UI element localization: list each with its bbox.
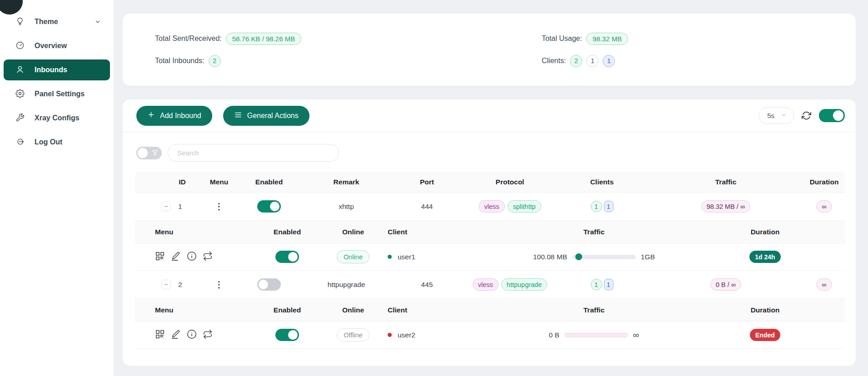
col-header-traffic: Traffic: [649, 178, 803, 186]
clients-badges: 2 1 1: [570, 55, 615, 67]
sub-header-duration: Duration: [685, 306, 845, 314]
toolbar: Add Inbound General Actions 5s: [123, 99, 856, 132]
sub-header-client: Client: [385, 306, 503, 314]
menu-icon: [234, 111, 242, 121]
client-name-cell: user2: [385, 331, 503, 339]
inbound-port: 444: [389, 203, 464, 211]
inbound-client-counts: 1 1: [555, 201, 649, 212]
client-menu-cell: [135, 251, 253, 263]
sidebar-item-log-out[interactable]: Log Out: [4, 132, 110, 153]
id-cell: − 2: [135, 280, 203, 289]
traffic-total: ∞: [633, 330, 639, 340]
sub-header-menu: Menu: [135, 306, 253, 314]
client-row-user1: Online user1 100.08 MB 1GB 1d 24h: [135, 243, 845, 271]
clients-badge-total: 2: [570, 55, 582, 67]
client-count-badge: 1: [591, 201, 602, 212]
toggle-knob: [288, 252, 298, 262]
sub-header-enabled: Enabled: [253, 306, 321, 314]
stat-total-usage: Total Usage: 98.32 MB: [542, 32, 856, 45]
toggle-knob: [833, 110, 843, 121]
qr-code-icon[interactable]: [155, 251, 165, 263]
dashboard-icon: [15, 41, 25, 51]
sidebar-item-xray-configs[interactable]: Xray Configs: [4, 108, 110, 129]
client-status-dot: [388, 255, 392, 259]
plus-icon: [147, 111, 155, 120]
chevron-down-icon: [781, 112, 787, 119]
add-inbound-button[interactable]: Add Inbound: [136, 106, 212, 126]
sent-received-label: Total Sent/Received:: [155, 35, 222, 43]
toolbar-right: 5s: [758, 107, 845, 124]
transport-pill: splithttp: [508, 200, 541, 213]
inbound-id: 1: [178, 203, 182, 211]
sub-header-client: Client: [385, 228, 503, 236]
inbound-duration-pill: ∞: [816, 200, 832, 213]
sub-header-online: Online: [321, 306, 385, 314]
client-name: user2: [398, 331, 415, 339]
wrench-icon: [15, 113, 25, 124]
logout-icon: [15, 137, 25, 148]
reset-traffic-icon[interactable]: [203, 329, 213, 341]
reset-traffic-icon[interactable]: [203, 251, 213, 263]
sidebar-item-label: Panel Settings: [35, 90, 85, 98]
client-duration-badge: Ended: [750, 329, 780, 341]
sidebar-item-panel-settings[interactable]: Panel Settings: [4, 84, 110, 104]
sub-header-menu: Menu: [135, 228, 253, 236]
filter-toggle[interactable]: [136, 147, 162, 159]
main-content: Total Sent/Received: 58.76 KB / 98.26 MB…: [114, 0, 868, 376]
info-icon[interactable]: [187, 329, 197, 341]
clients-badge-online: 1: [603, 55, 615, 67]
col-header-protocol: Protocol: [464, 178, 555, 186]
total-inbounds-label: Total Inbounds:: [155, 57, 205, 65]
col-header-id: ID: [135, 178, 203, 186]
row-menu-button[interactable]: ⋮: [215, 201, 224, 212]
sidebar-item-inbounds[interactable]: Inbounds: [4, 59, 110, 80]
row-menu-button[interactable]: ⋮: [215, 279, 224, 290]
inbound-traffic-pill: 98.32 MB / ∞: [701, 200, 751, 213]
stats-left-column: Total Sent/Received: 58.76 KB / 98.26 MB…: [155, 32, 542, 86]
inbound-enabled-toggle[interactable]: [257, 278, 281, 291]
toggle-knob: [138, 148, 148, 158]
info-icon[interactable]: [187, 251, 197, 263]
clients-label: Clients:: [542, 57, 566, 65]
sent-received-value: 58.76 KB / 98.26 MB: [226, 33, 301, 45]
auto-refresh-toggle[interactable]: [819, 109, 845, 122]
user-icon: [15, 65, 25, 75]
client-status-dot: [388, 333, 392, 337]
client-name-cell: user1: [385, 253, 503, 261]
stat-sent-received: Total Sent/Received: 58.76 KB / 98.26 MB: [155, 32, 542, 45]
sub-header-online: Online: [321, 228, 385, 236]
inbounds-card: Add Inbound General Actions 5s: [123, 99, 856, 366]
qr-code-icon[interactable]: [155, 329, 165, 341]
collapse-button[interactable]: −: [161, 280, 171, 289]
edit-icon[interactable]: [171, 251, 181, 263]
general-actions-label: General Actions: [247, 112, 299, 120]
edit-icon[interactable]: [171, 329, 181, 341]
progress-handle: [575, 253, 582, 260]
inbound-enabled-toggle[interactable]: [257, 200, 281, 213]
gear-icon: [15, 89, 25, 99]
toggle-knob: [270, 202, 279, 211]
total-inbounds-badge: 2: [209, 55, 221, 67]
collapse-button[interactable]: −: [161, 202, 171, 211]
search-input[interactable]: [168, 144, 339, 162]
funnel-icon: [151, 149, 159, 157]
inbound-port: 445: [389, 281, 464, 289]
bulb-icon: [15, 17, 25, 27]
inbound-remark: httpupgrade: [303, 281, 389, 289]
chevron-down-icon: [95, 19, 101, 25]
sidebar-item-theme[interactable]: Theme: [4, 11, 110, 32]
refresh-interval-select[interactable]: 5s: [758, 107, 794, 124]
sidebar-item-overview[interactable]: Overview: [4, 35, 110, 56]
toggle-knob: [288, 330, 298, 340]
client-enabled-toggle[interactable]: [275, 329, 299, 341]
general-actions-button[interactable]: General Actions: [223, 106, 309, 126]
client-count-badge: 1: [604, 201, 614, 212]
client-enabled-toggle[interactable]: [275, 251, 299, 263]
toggle-knob: [259, 280, 268, 289]
traffic-progress-bar: [572, 255, 636, 259]
col-header-duration: Duration: [803, 178, 845, 186]
table-header-row: ID Menu Enabled Remark Port Protocol Cli…: [135, 172, 845, 193]
refresh-icon[interactable]: [802, 111, 811, 120]
col-header-enabled: Enabled: [235, 178, 303, 186]
stats-card: Total Sent/Received: 58.76 KB / 98.26 MB…: [123, 14, 856, 86]
